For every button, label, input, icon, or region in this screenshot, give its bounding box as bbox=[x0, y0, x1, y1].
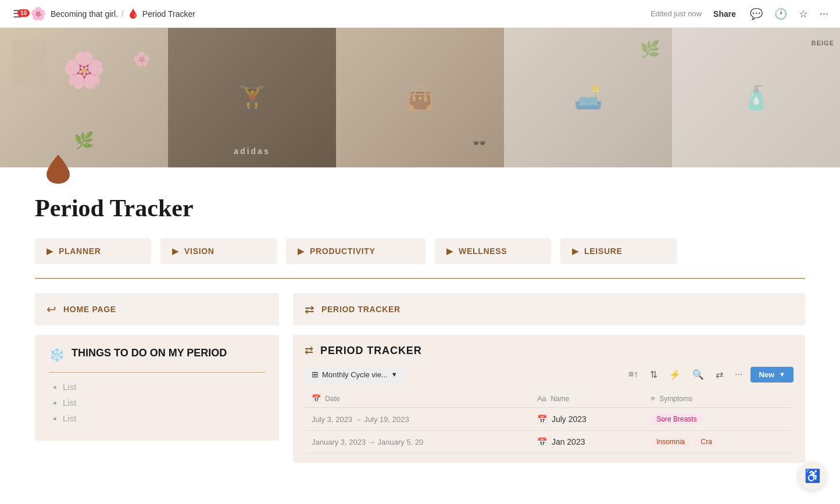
topnav: ☰ 10 🌸 Becoming that girl. / 🩸 Period Tr… bbox=[0, 0, 840, 28]
productivity-arrow-icon: ▶ bbox=[298, 246, 304, 256]
symptoms-cell-1: Sore Breasts bbox=[644, 408, 793, 431]
new-button[interactable]: New ▼ bbox=[750, 367, 793, 383]
header-row: 📅 Date Aa Name ≡ Symptoms bbox=[305, 389, 793, 408]
new-btn-group: New ▼ bbox=[750, 367, 793, 383]
tracker-table: 📅 Date Aa Name ≡ Symptoms bbox=[305, 389, 793, 453]
hero-image-4: 🛋️ 🌿 bbox=[504, 28, 672, 167]
notification-badge: 10 bbox=[17, 9, 30, 17]
view-selector-chevron: ▼ bbox=[391, 371, 398, 378]
automation-button[interactable]: ⚡ bbox=[666, 367, 684, 383]
planner-arrow-icon: ▶ bbox=[47, 246, 53, 256]
tracker-title-icon: ⇄ bbox=[305, 344, 313, 357]
hero-image-1: 🌿 🌸 bbox=[0, 28, 168, 167]
more-button[interactable]: ··· bbox=[817, 5, 831, 22]
tracker-table-body: July 3, 2023 → July 19, 2023 📅 July 2023… bbox=[305, 408, 793, 453]
name-row1-icon: 📅 bbox=[537, 414, 547, 424]
comment-button[interactable]: 💬 bbox=[748, 5, 765, 23]
new-btn-chevron: ▼ bbox=[779, 371, 785, 378]
table-more-icon: ··· bbox=[735, 369, 742, 379]
callout-planner[interactable]: ▶ PLANNER bbox=[35, 238, 151, 264]
sort-button[interactable]: ⇅ bbox=[646, 367, 661, 383]
symptom-tag-1: Sore Breasts bbox=[650, 414, 702, 424]
symptoms-cell-2: Insomnia Cra bbox=[644, 431, 793, 453]
edited-status: Edited just now bbox=[650, 9, 702, 18]
drop-icon: 🩸 bbox=[127, 8, 139, 19]
home-page-label: HOME PAGE bbox=[63, 305, 116, 314]
search-button[interactable]: 🔍 bbox=[689, 367, 707, 383]
hero-banner: 🌿 🌸 adidas 🏋️ 👜 🕶️ 🛋️ 🌿 BEIGE 🧴 bbox=[0, 28, 840, 167]
things-header: ❄️ THINGS TO DO ON MY PERIOD bbox=[49, 346, 265, 363]
period-tracker-link-label: PERIOD TRACKER bbox=[321, 305, 401, 314]
filter-button[interactable]: ≡↑ bbox=[625, 367, 642, 382]
vision-label: VISION bbox=[184, 246, 215, 256]
col-header-name: Aa Name bbox=[530, 389, 644, 408]
table-row[interactable]: January 3, 2023 → January 5, 20 📅 Jan 20… bbox=[305, 431, 793, 453]
symptom-tag-2b: Cra bbox=[695, 437, 718, 447]
page-name: Period Tracker bbox=[142, 9, 195, 19]
tracker-title: PERIOD TRACKER bbox=[320, 345, 422, 357]
symptom-tag-2a: Insomnia bbox=[650, 437, 691, 447]
workspace-name[interactable]: Becoming that girl. bbox=[51, 9, 118, 19]
hero-image-3: 👜 🕶️ bbox=[336, 28, 504, 167]
left-column: ↩ HOME PAGE ❄️ THINGS TO DO ON MY PERIOD… bbox=[35, 293, 279, 463]
things-title: THINGS TO DO ON MY PERIOD bbox=[72, 346, 227, 360]
hero-image-5: BEIGE 🧴 bbox=[672, 28, 840, 167]
things-icon: ❄️ bbox=[49, 348, 65, 363]
menu-button[interactable]: ☰ 10 bbox=[9, 6, 26, 22]
callout-productivity[interactable]: ▶ PRODUCTIVITY bbox=[286, 238, 426, 264]
date-cell-1: July 3, 2023 → July 19, 2023 bbox=[305, 408, 530, 431]
tracker-table-header: 📅 Date Aa Name ≡ Symptoms bbox=[305, 389, 793, 408]
date-col-icon: 📅 bbox=[312, 394, 321, 403]
callout-vision[interactable]: ▶ VISION bbox=[160, 238, 277, 264]
page-drop-icon bbox=[41, 150, 76, 185]
things-divider bbox=[49, 372, 265, 373]
tracker-title-row: ⇄ PERIOD TRACKER bbox=[305, 344, 793, 357]
topnav-right: Edited just now Share 💬 🕐 ☆ ··· bbox=[650, 5, 831, 23]
table-more-button[interactable]: ··· bbox=[731, 367, 746, 382]
link-button[interactable]: ⇄ bbox=[712, 367, 727, 383]
name-col-label: Name bbox=[551, 395, 569, 403]
planner-label: PLANNER bbox=[59, 246, 101, 256]
callout-wellness[interactable]: ▶ WELLNESS bbox=[435, 238, 551, 264]
breadcrumb-separator: / bbox=[121, 9, 124, 19]
period-tracker-link[interactable]: ⇄ PERIOD TRACKER bbox=[293, 293, 805, 326]
symptoms-col-icon: ≡ bbox=[650, 394, 655, 403]
view-selector-label: Monthly Cycle vie... bbox=[322, 370, 388, 379]
wellness-label: WELLNESS bbox=[459, 246, 507, 256]
things-to-do-block: ❄️ THINGS TO DO ON MY PERIOD List List L… bbox=[35, 335, 279, 441]
date-cell-2: January 3, 2023 → January 5, 20 bbox=[305, 431, 530, 453]
productivity-label: PRODUCTIVITY bbox=[310, 246, 376, 256]
main-two-col: ↩ HOME PAGE ❄️ THINGS TO DO ON MY PERIOD… bbox=[35, 293, 805, 463]
beige-label: BEIGE bbox=[812, 40, 834, 47]
search-icon: 🔍 bbox=[692, 370, 704, 380]
name-col-icon: Aa bbox=[537, 394, 546, 403]
name-row2-icon: 📅 bbox=[537, 437, 547, 446]
history-button[interactable]: 🕐 bbox=[772, 5, 789, 23]
period-tracker-block: ⇄ PERIOD TRACKER ⊞ Monthly Cycle vie... … bbox=[293, 335, 805, 463]
sort-icon: ⇅ bbox=[650, 370, 657, 380]
view-selector-icon: ⊞ bbox=[312, 370, 319, 379]
star-button[interactable]: ☆ bbox=[796, 5, 810, 23]
vision-arrow-icon: ▶ bbox=[172, 246, 178, 256]
workspace-icon: 🌸 bbox=[30, 6, 46, 22]
name-row1-text: July 2023 bbox=[552, 414, 587, 424]
link-icon: ⇄ bbox=[716, 370, 723, 380]
home-page-link[interactable]: ↩ HOME PAGE bbox=[35, 293, 279, 326]
period-tracker-link-icon: ⇄ bbox=[305, 302, 314, 316]
view-selector[interactable]: ⊞ Monthly Cycle vie... ▼ bbox=[305, 366, 405, 383]
col-header-symptoms: ≡ Symptoms bbox=[644, 389, 793, 408]
filter-icon: ≡↑ bbox=[628, 369, 638, 379]
table-row[interactable]: July 3, 2023 → July 19, 2023 📅 July 2023… bbox=[305, 408, 793, 431]
leisure-label: LEISURE bbox=[584, 246, 623, 256]
name-cell-content-1: 📅 July 2023 bbox=[537, 414, 637, 424]
callout-leisure[interactable]: ▶ LEISURE bbox=[560, 238, 677, 264]
page-content: Period Tracker ▶ PLANNER ▶ VISION ▶ PROD… bbox=[0, 150, 840, 463]
home-page-icon: ↩ bbox=[47, 302, 56, 316]
leisure-arrow-icon: ▶ bbox=[572, 246, 578, 256]
chat-button[interactable]: ♿ bbox=[798, 462, 826, 490]
share-button[interactable]: Share bbox=[709, 7, 741, 21]
name-cell-2: 📅 Jan 2023 bbox=[530, 431, 644, 453]
name-cell-content-2: 📅 Jan 2023 bbox=[537, 437, 637, 446]
things-list: List List List bbox=[49, 382, 265, 423]
date-col-label: Date bbox=[325, 395, 339, 403]
